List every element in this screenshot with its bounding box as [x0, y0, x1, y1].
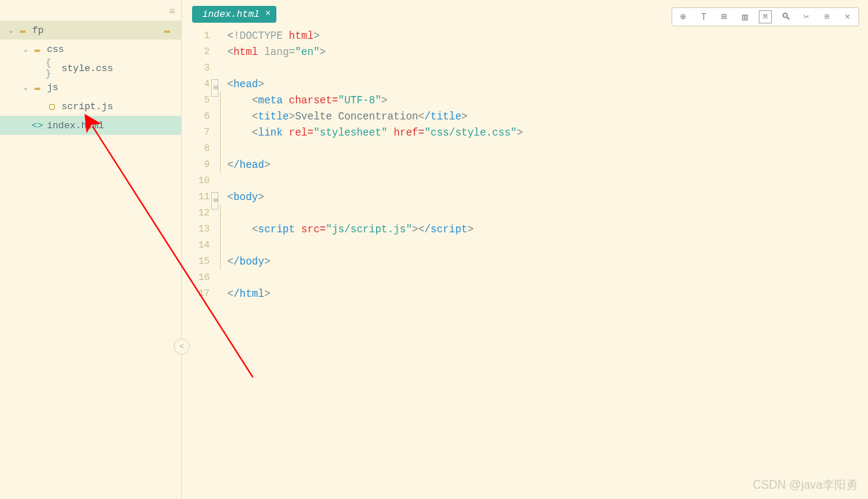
tree-label: script.js — [62, 101, 113, 112]
tree-label: js — [47, 82, 59, 93]
text-icon[interactable]: T — [697, 10, 710, 23]
file-style-css[interactable]: { } style.css — [0, 59, 181, 78]
chevron-down-icon: ⌄ — [6, 26, 16, 34]
close-icon[interactable]: × — [265, 9, 271, 19]
chevron-down-icon: ⌄ — [21, 45, 31, 53]
line-number: 5 — [182, 92, 210, 108]
folder-icon: ▬ — [16, 25, 29, 36]
html-file-icon: <> — [31, 120, 44, 131]
line-gutter: 1 2 3 4⊟ 5 6 7 8 9 10 11⊟ 12 13 14 15 16… — [182, 28, 214, 499]
folder-icon: ▬ — [31, 44, 44, 55]
target-icon[interactable]: ⊕ — [677, 10, 690, 23]
file-script-js[interactable]: ▢ script.js — [0, 97, 181, 116]
line-number: 17 — [182, 286, 210, 302]
line-number: 12 — [182, 205, 210, 221]
css-file-icon: { } — [45, 57, 59, 79]
file-explorer: ≡ ⌄ ▬ fp ▬ ⌄ ▬ css { } style.css ⌄ ▬ js — [0, 0, 182, 499]
line-number: 8 — [182, 141, 210, 157]
line-number: 1 — [182, 28, 210, 44]
menu-icon[interactable]: ≡ — [820, 10, 834, 23]
line-number: 10 — [182, 173, 210, 189]
tab-label: index.html — [202, 9, 260, 20]
line-number: 14 — [182, 237, 210, 254]
line-number: 9 — [182, 157, 210, 173]
tree-label: style.css — [62, 63, 113, 74]
tab-index-html[interactable]: index.html × — [192, 6, 276, 23]
file-index-html[interactable]: <> index.html — [0, 116, 181, 135]
search-icon[interactable]: 🔍︎ — [779, 10, 792, 23]
editor-pane: < index.html × 1 2 3 4⊟ 5 6 7 8 9 10 11⊟… — [182, 0, 868, 499]
columns-icon[interactable]: ▥ — [738, 10, 751, 23]
line-number: 7 — [182, 125, 210, 141]
folder-open-icon: ▬ — [161, 25, 174, 36]
line-number: 2 — [182, 44, 210, 60]
js-file-icon: ▢ — [45, 100, 59, 112]
close-icon[interactable]: × — [841, 10, 854, 23]
line-number: 16 — [182, 270, 210, 286]
line-number: 3 — [182, 60, 210, 76]
line-number: 15 — [182, 254, 210, 270]
line-number: 4⊟ — [182, 76, 210, 92]
watermark: CSDN @java李阳勇 — [753, 478, 858, 493]
grid-icon[interactable]: ⊞ — [718, 10, 731, 23]
line-number: 6 — [182, 108, 210, 125]
tree-label: css — [47, 44, 64, 55]
project-root[interactable]: ⌄ ▬ fp ▬ — [0, 21, 181, 40]
line-number: 11⊟ — [182, 189, 210, 205]
hamburger-icon[interactable]: ≡ — [169, 6, 175, 18]
line-number: 13 — [182, 221, 210, 237]
folder-css[interactable]: ⌄ ▬ css — [0, 40, 181, 59]
tree-label: index.html — [47, 120, 104, 131]
markdown-icon[interactable]: M — [759, 10, 772, 23]
scissors-icon[interactable]: ✂ — [800, 10, 813, 23]
project-label: fp — [32, 25, 44, 36]
code-content[interactable]: <!DOCTYPE html> <html lang="en"> <head> … — [214, 28, 868, 499]
folder-js[interactable]: ⌄ ▬ js — [0, 78, 181, 97]
editor-toolbar: ⊕ T ⊞ ▥ M 🔍︎ ✂ ≡ × — [672, 7, 859, 26]
chevron-down-icon: ⌄ — [21, 83, 31, 92]
folder-icon: ▬ — [31, 82, 44, 93]
collapse-sidebar-icon[interactable]: < — [174, 339, 190, 355]
